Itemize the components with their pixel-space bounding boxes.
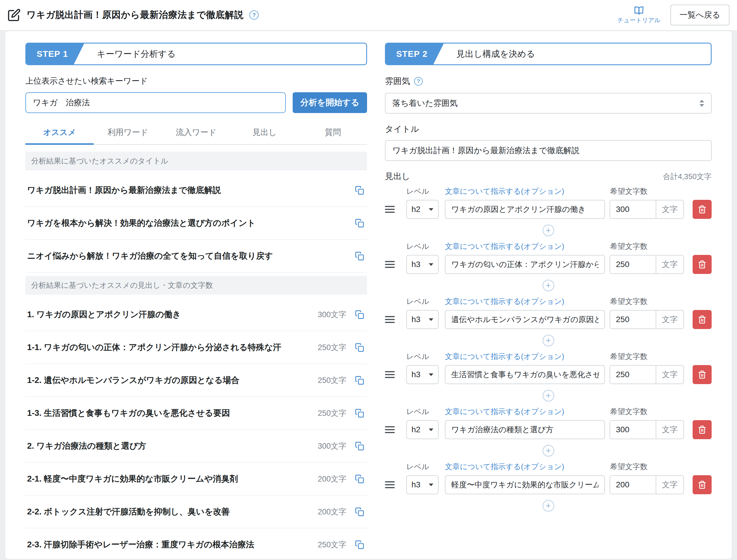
heading-text-input[interactable]: [445, 310, 605, 329]
level-select[interactable]: h3: [406, 255, 439, 274]
total-char-count: 合計4,350文字: [663, 172, 712, 182]
result-tab[interactable]: オススメ: [25, 122, 94, 144]
result-tab[interactable]: 質問: [299, 122, 367, 144]
char-count-suffix: 文字: [656, 366, 683, 384]
level-select-value: h3: [411, 315, 420, 324]
drag-handle-icon[interactable]: [385, 365, 398, 384]
add-heading-button plus-icon[interactable]: +: [543, 335, 554, 346]
heading-text-input[interactable]: [445, 420, 605, 439]
drag-handle-icon[interactable]: [385, 255, 398, 274]
drag-handle-icon[interactable]: [385, 420, 398, 439]
level-select[interactable]: h3: [406, 475, 439, 494]
help-icon[interactable]: ?: [249, 10, 259, 20]
delete-heading-button[interactable]: [693, 200, 712, 219]
copy-icon[interactable]: [354, 342, 365, 353]
step2-header: STEP 2 見出し構成を決める: [385, 43, 712, 65]
keyword-input[interactable]: [25, 92, 286, 113]
add-heading-button plus-icon[interactable]: +: [543, 280, 554, 291]
level-label: レベル: [406, 407, 445, 417]
add-heading-button plus-icon[interactable]: +: [543, 445, 554, 456]
copy-icon[interactable]: [354, 539, 365, 550]
copy-icon[interactable]: [354, 440, 365, 452]
trash-icon: [698, 315, 706, 324]
drag-handle-icon[interactable]: [385, 475, 398, 494]
heading-editor-row: レベル 文章について指示する(オプション) 希望文字数 h2: [385, 407, 712, 458]
recommended-heading-chars: 200文字: [318, 507, 346, 517]
recommended-heading-chars: 300文字: [318, 309, 346, 320]
result-tab[interactable]: 利用ワード: [94, 122, 162, 144]
copy-icon[interactable]: [354, 375, 365, 386]
instruction-link[interactable]: 文章について指示する(オプション): [445, 407, 610, 417]
char-count-label: 希望文字数: [610, 407, 712, 417]
recommended-heading-chars: 200文字: [318, 474, 346, 484]
headings-label: 見出し: [385, 171, 410, 182]
char-count-input[interactable]: [610, 421, 656, 439]
drag-handle-icon[interactable]: [385, 310, 398, 329]
char-count-suffix: 文字: [656, 200, 683, 218]
drag-handle-icon[interactable]: [385, 200, 398, 219]
recommended-heading-text: 2-1. 軽度〜中度ワキガに効果的な市販クリームや消臭剤: [27, 473, 313, 485]
heading-editor-row: レベル 文章について指示する(オプション) 希望文字数 h3: [385, 352, 712, 403]
level-select[interactable]: h2: [406, 420, 439, 439]
add-heading-button plus-icon[interactable]: +: [543, 225, 554, 236]
level-select[interactable]: h3: [406, 310, 439, 329]
char-count-input[interactable]: [610, 255, 656, 273]
char-count-input[interactable]: [610, 366, 656, 384]
copy-icon[interactable]: [354, 309, 365, 320]
instruction-link[interactable]: 文章について指示する(オプション): [445, 462, 610, 472]
delete-heading-button[interactable]: [693, 420, 712, 439]
char-count-group: 文字: [610, 420, 684, 439]
char-count-input[interactable]: [610, 476, 656, 494]
recommended-heading-text: 2. ワキガ治療法の種類と選び方: [27, 440, 313, 452]
result-tab[interactable]: 流入ワード: [162, 122, 230, 144]
copy-icon[interactable]: [354, 407, 365, 419]
instruction-link[interactable]: 文章について指示する(オプション): [445, 296, 610, 307]
add-heading-button plus-icon[interactable]: +: [543, 390, 554, 401]
copy-icon[interactable]: [354, 473, 365, 485]
tutorial-link[interactable]: チュートリアル: [617, 6, 661, 24]
trash-icon: [698, 260, 706, 269]
char-count-suffix: 文字: [656, 311, 683, 328]
heading-text-input[interactable]: [445, 475, 605, 494]
recommended-headings-list: 1. ワキガの原因とアポクリン汗腺の働き 300文字 1-1. ワキガの匂いの正…: [25, 298, 367, 559]
instruction-link[interactable]: 文章について指示する(オプション): [445, 241, 610, 251]
instruction-link[interactable]: 文章について指示する(オプション): [445, 352, 610, 362]
copy-icon[interactable]: [354, 185, 365, 196]
delete-heading-button[interactable]: [693, 475, 712, 494]
level-select[interactable]: h3: [406, 365, 439, 384]
back-to-list-button[interactable]: 一覧へ戻る: [670, 5, 730, 25]
result-tab[interactable]: 見出し: [230, 122, 299, 144]
level-label: レベル: [406, 296, 445, 307]
char-count-label: 希望文字数: [610, 352, 712, 362]
keyword-label: 上位表示させたい検索キーワード: [25, 76, 367, 87]
article-title-label: タイトル: [385, 123, 712, 135]
delete-heading-button[interactable]: [693, 310, 712, 329]
recommended-heading-row: 1-3. 生活習慣と食事もワキガの臭いを悪化させる要因 250文字: [25, 397, 367, 430]
delete-heading-button[interactable]: [693, 365, 712, 384]
add-heading-button plus-icon[interactable]: +: [543, 500, 554, 512]
delete-heading-button[interactable]: [693, 255, 712, 274]
chevron-down-icon: [429, 318, 433, 321]
char-count-input[interactable]: [610, 200, 656, 218]
copy-icon[interactable]: [354, 250, 365, 262]
main-card: STEP 1 キーワード分析する 上位表示させたい検索キーワード 分析を開始する…: [5, 31, 732, 559]
level-select[interactable]: h2: [406, 200, 439, 219]
chevron-down-icon: [429, 208, 433, 211]
char-count-label: 希望文字数: [610, 296, 712, 307]
char-count-label: 希望文字数: [610, 462, 712, 472]
mood-help-icon[interactable]: ?: [414, 77, 423, 86]
trash-icon: [698, 425, 706, 434]
mood-select[interactable]: 落ち着いた雰囲気: [385, 93, 712, 114]
instruction-link[interactable]: 文章について指示する(オプション): [445, 186, 610, 196]
level-label: レベル: [406, 186, 445, 196]
copy-icon[interactable]: [354, 217, 365, 229]
copy-icon[interactable]: [354, 506, 365, 518]
heading-text-input[interactable]: [445, 365, 605, 384]
analyze-button[interactable]: 分析を開始する: [293, 92, 367, 113]
heading-text-input[interactable]: [445, 200, 605, 219]
char-count-group: 文字: [610, 475, 684, 494]
heading-text-input[interactable]: [445, 255, 605, 274]
char-count-input[interactable]: [610, 311, 656, 328]
article-title-input[interactable]: [385, 140, 712, 161]
recommended-title-text: ニオイ悩みから解放！ワキガ治療の全てを知って自信を取り戻す: [27, 250, 354, 262]
